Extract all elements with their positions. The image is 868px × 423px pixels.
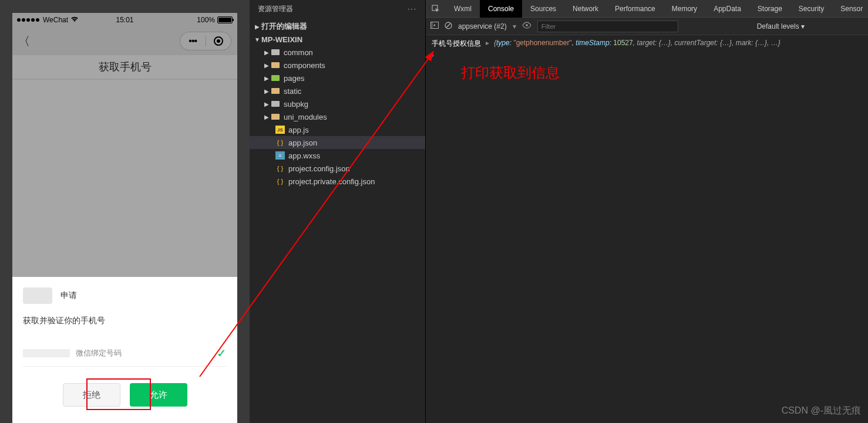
tree-item-label: app.js bbox=[288, 126, 309, 134]
tree-item-project-private-config-json[interactable]: { }project.private.config.json bbox=[250, 175, 425, 188]
levels-select[interactable]: Default levels ▾ bbox=[757, 22, 805, 31]
allow-button[interactable]: 允许 bbox=[130, 383, 187, 407]
devtools-tab-sensor[interactable]: Sensor bbox=[832, 0, 868, 18]
tree-item-label: uni_modules bbox=[284, 113, 327, 121]
explorer-more-icon[interactable]: ··· bbox=[408, 5, 417, 13]
svg-rect-2 bbox=[431, 22, 433, 29]
simulator-panel: WeChat 15:01 100% 〈 ••• 获取手机号 bbox=[0, 0, 250, 423]
inspect-icon[interactable] bbox=[426, 0, 446, 18]
tree-item-label: subpkg bbox=[284, 100, 308, 109]
tree-item-common[interactable]: ▶common bbox=[250, 46, 425, 59]
tree-item-app-json[interactable]: { }app.json bbox=[250, 136, 425, 149]
page-title-bar: 获取手机号 bbox=[12, 55, 237, 79]
tree-item-label: project.private.config.json bbox=[288, 177, 375, 186]
phone-number-row[interactable]: 微信绑定号码 ✓ bbox=[23, 340, 227, 367]
devtools-tab-appdata[interactable]: AppData bbox=[705, 0, 749, 18]
phone-time: 15:01 bbox=[116, 16, 133, 24]
devtools-tab-performance[interactable]: Performance bbox=[607, 0, 664, 18]
page-title: 获取手机号 bbox=[99, 60, 152, 74]
log-object[interactable]: {type: "getphonenumber", timeStamp: 1052… bbox=[494, 39, 780, 47]
tree-item-label: components bbox=[284, 61, 325, 70]
battery-indicator: 100% bbox=[197, 16, 233, 24]
wifi-icon bbox=[70, 16, 79, 24]
svg-point-5 bbox=[526, 24, 528, 26]
clear-console-icon[interactable] bbox=[445, 22, 452, 31]
tree-item-project-config-json[interactable]: { }project.config.json bbox=[250, 162, 425, 175]
devtools-tab-wxml[interactable]: Wxml bbox=[446, 0, 480, 18]
phone-number-masked bbox=[23, 349, 70, 357]
project-root[interactable]: ▼ MP-WEIXIN bbox=[250, 33, 425, 46]
battery-pct: 100% bbox=[197, 16, 215, 24]
tree-item-label: pages bbox=[284, 74, 304, 83]
devtools-tab-console[interactable]: Console bbox=[480, 0, 522, 18]
tree-item-label: app.wxss bbox=[288, 151, 320, 160]
tree-item-app-wxss[interactable]: ≡app.wxss bbox=[250, 149, 425, 162]
capsule-button[interactable]: ••• bbox=[180, 32, 231, 50]
tree-item-pages[interactable]: ▶pages bbox=[250, 72, 425, 84]
filter-input[interactable] bbox=[537, 21, 678, 32]
svg-line-4 bbox=[446, 23, 450, 28]
devtools-tab-network[interactable]: Network bbox=[564, 0, 607, 18]
phone-nav-bar: 〈 ••• bbox=[12, 27, 237, 55]
annotation-text: 打印获取到信息 bbox=[461, 63, 560, 82]
tree-item-label: static bbox=[284, 87, 301, 96]
sheet-desc: 获取并验证你的手机号 bbox=[23, 316, 227, 326]
request-label: 申请 bbox=[60, 290, 77, 301]
bound-label: 微信绑定号码 bbox=[76, 348, 217, 358]
tree-item-components[interactable]: ▶components bbox=[250, 59, 425, 72]
tree-item-label: project.config.json bbox=[288, 164, 350, 173]
scope-dropdown-icon[interactable]: ▾ bbox=[513, 22, 516, 31]
tree-item-uni_modules[interactable]: ▶uni_modules bbox=[250, 110, 425, 123]
scope-select[interactable]: appservice (#2) bbox=[458, 22, 507, 31]
app-logo-placeholder bbox=[23, 287, 52, 304]
console-log-row[interactable]: 手机号授权信息 ▸ {type: "getphonenumber", timeS… bbox=[432, 39, 862, 49]
console-sidebar-icon[interactable] bbox=[430, 22, 439, 31]
capsule-close-icon[interactable] bbox=[206, 36, 231, 46]
check-icon: ✓ bbox=[217, 346, 227, 360]
console-body: 手机号授权信息 ▸ {type: "getphonenumber", timeS… bbox=[426, 35, 868, 65]
devtools-tab-memory[interactable]: Memory bbox=[664, 0, 705, 18]
carrier-label: WeChat bbox=[43, 16, 68, 24]
devtools-tab-storage[interactable]: Storage bbox=[749, 0, 790, 18]
expand-arrow-icon[interactable]: ▸ bbox=[486, 39, 489, 47]
capsule-menu-icon[interactable]: ••• bbox=[180, 36, 206, 46]
phone-status-bar: WeChat 15:01 100% bbox=[12, 13, 237, 27]
explorer-header: 资源管理器 ··· bbox=[250, 0, 425, 18]
explorer-title: 资源管理器 bbox=[258, 4, 293, 14]
tree-item-subpkg[interactable]: ▶subpkg bbox=[250, 97, 425, 110]
phone-frame: WeChat 15:01 100% 〈 ••• 获取手机号 bbox=[12, 13, 237, 423]
file-tree: ▶ 打开的编辑器 ▼ MP-WEIXIN ▶common▶components▶… bbox=[250, 18, 425, 188]
auth-action-sheet: 申请 获取并验证你的手机号 微信绑定号码 ✓ 拒绝 允许 bbox=[12, 277, 237, 423]
signal-dots-icon bbox=[17, 18, 39, 22]
eye-icon[interactable] bbox=[522, 22, 531, 31]
back-icon[interactable]: 〈 bbox=[18, 33, 30, 49]
reject-button[interactable]: 拒绝 bbox=[63, 383, 120, 407]
console-prompt[interactable]: › bbox=[432, 49, 862, 62]
devtools-tab-security[interactable]: Security bbox=[790, 0, 832, 18]
explorer-panel: 资源管理器 ··· ▶ 打开的编辑器 ▼ MP-WEIXIN ▶common▶c… bbox=[250, 0, 426, 423]
devtools-tabs: WxmlConsoleSourcesNetworkPerformanceMemo… bbox=[426, 0, 868, 18]
battery-icon bbox=[217, 16, 233, 23]
watermark: CSDN @-風过无痕 bbox=[782, 405, 861, 417]
console-toolbar: appservice (#2) ▾ Default levels ▾ bbox=[426, 18, 868, 35]
log-label: 手机号授权信息 bbox=[432, 39, 481, 49]
devtools-tab-sources[interactable]: Sources bbox=[522, 0, 564, 18]
tree-item-static[interactable]: ▶static bbox=[250, 84, 425, 97]
tree-item-app-js[interactable]: JSapp.js bbox=[250, 123, 425, 136]
tree-item-label: app.json bbox=[288, 138, 317, 147]
tree-item-label: common bbox=[284, 48, 313, 57]
open-editors-section[interactable]: ▶ 打开的编辑器 bbox=[250, 20, 425, 33]
